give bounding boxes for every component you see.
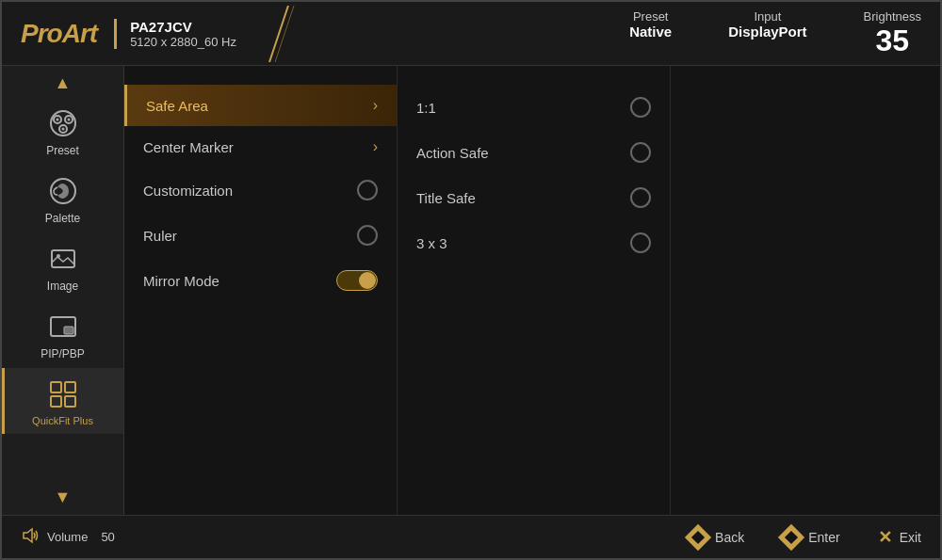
sidebar: ▲ Preset [2,66,124,515]
sidebar-item-image[interactable]: Image [2,232,123,300]
enter-diamond-inner [785,530,798,543]
ruler-right [357,225,378,246]
preset-info: Preset Native [629,9,672,40]
sub-item-action-safe-right [630,142,651,163]
exit-label: Exit [900,530,921,545]
chevron-icon-2: › [373,138,378,155]
header-info: Preset Native Input DisplayPort Brightne… [629,9,921,58]
exit-button[interactable]: ✕ Exit [878,527,921,548]
svg-marker-19 [24,529,32,542]
diagonal-divider [260,6,298,62]
menu-item-customization[interactable]: Customization [124,168,397,213]
model-info: PA27JCV 5120 x 2880_60 Hz [114,19,236,49]
image-icon [46,242,80,276]
customization-right [357,180,378,200]
screen: ProArt PA27JCV 5120 x 2880_60 Hz Preset … [0,0,942,560]
enter-label: Enter [808,530,839,545]
logo-art: Art [62,19,97,48]
sidebar-label-image: Image [47,280,78,293]
sub-item-1-1-right [630,97,651,118]
back-diamond-inner [691,530,705,543]
quickfit-icon [46,377,80,411]
svg-rect-17 [51,396,61,407]
svg-point-6 [56,119,58,121]
radio-customization[interactable] [357,180,378,200]
x-icon: ✕ [878,527,892,548]
pip-pbp-icon [46,310,80,344]
enter-diamond-icon [778,523,804,550]
menu-item-safe-area[interactable]: Safe Area › [124,85,397,126]
main-content: Safe Area › Center Marker › Customizatio… [124,66,940,515]
sidebar-up-arrow[interactable]: ▲ [2,70,123,97]
sidebar-item-quickfit[interactable]: QuickFit Plus [2,368,123,434]
chevron-icon: › [373,97,378,114]
safe-area-right: › [373,97,378,114]
input-info: Input DisplayPort [728,9,806,40]
sidebar-item-palette[interactable]: Palette [2,165,123,232]
preset-value: Native [629,24,672,40]
toggle-mirror-mode[interactable] [336,270,378,291]
sub-item-3x3[interactable]: 3 x 3 [398,220,670,265]
sub-item-3x3-right [630,232,651,253]
menu-item-ruler[interactable]: Ruler [124,213,397,258]
sidebar-item-pip-pbp[interactable]: PIP/PBP [2,300,123,368]
body: ▲ Preset [2,66,940,515]
back-label: Back [715,530,744,545]
sub-item-action-safe[interactable]: Action Safe [398,130,670,175]
enter-button[interactable]: Enter [782,528,839,547]
sub-item-title-safe-right [630,187,651,208]
sidebar-label-preset: Preset [46,144,79,157]
svg-rect-18 [65,396,75,407]
model-name: PA27JCV [130,19,236,35]
radio-1-1[interactable] [630,97,651,118]
menu-item-ruler-label: Ruler [143,228,177,244]
svg-point-7 [67,119,70,121]
sub-panel: 1:1 Action Safe Title Safe [398,66,671,515]
sub-item-1-1-label: 1:1 [416,100,436,116]
volume-label: Volume [47,530,88,544]
svg-point-11 [57,254,60,258]
back-button[interactable]: Back [689,528,744,547]
sub-item-title-safe[interactable]: Title Safe [398,175,670,220]
footer-nav: Back Enter ✕ Exit [689,527,921,548]
radio-title-safe[interactable] [630,187,651,208]
menu-panel: Safe Area › Center Marker › Customizatio… [124,66,398,515]
menu-item-center-marker[interactable]: Center Marker › [124,126,397,168]
menu-item-mirror-mode[interactable]: Mirror Mode [124,258,397,303]
radio-3x3[interactable] [630,232,651,253]
mirror-mode-right [336,270,378,291]
logo-pro: Pro [21,19,62,48]
brightness-label: Brightness [864,9,921,24]
svg-point-8 [61,128,64,131]
menu-item-mirror-mode-label: Mirror Mode [143,273,219,289]
brightness-value: 35 [864,24,921,58]
footer: Volume 50 Back Enter ✕ Exit [2,515,940,558]
preset-label: Preset [629,9,672,24]
preset-icon [46,106,80,140]
sidebar-label-palette: Palette [45,212,80,225]
model-resolution: 5120 x 2880_60 Hz [130,35,236,49]
sidebar-label-quickfit: QuickFit Plus [32,415,93,426]
svg-line-0 [269,6,288,62]
radio-action-safe[interactable] [630,142,651,163]
brightness-info: Brightness 35 [864,9,921,58]
svg-rect-16 [65,382,75,392]
sidebar-item-preset[interactable]: Preset [2,97,123,165]
sidebar-label-pip-pbp: PIP/PBP [41,347,85,360]
sub-item-1-1[interactable]: 1:1 [398,85,670,130]
volume-value: 50 [101,530,114,544]
svg-rect-13 [64,327,73,334]
sidebar-down-arrow[interactable]: ▼ [2,484,123,511]
sub-item-3x3-label: 3 x 3 [416,235,447,251]
palette-icon [46,174,80,208]
toggle-knob [359,272,376,289]
input-value: DisplayPort [728,24,806,40]
logo: ProArt [21,19,97,49]
radio-ruler[interactable] [357,225,378,246]
input-label: Input [728,9,806,24]
sub-item-action-safe-label: Action Safe [416,145,489,161]
menu-item-customization-label: Customization [143,183,233,199]
menu-item-center-marker-label: Center Marker [143,139,234,155]
svg-rect-15 [51,382,61,392]
center-marker-right: › [373,138,378,155]
